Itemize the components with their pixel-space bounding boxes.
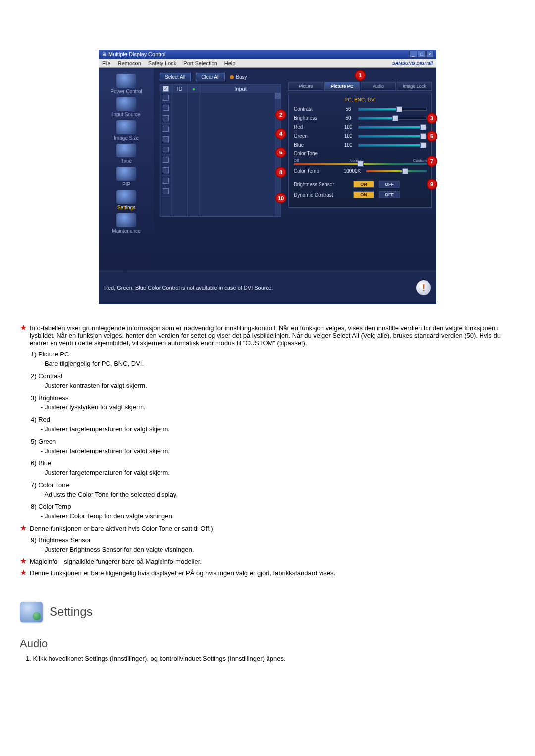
star-icon: ★ [20,324,27,331]
item-7-title: 7) Color Tone [31,481,515,489]
item-3-title: 3) Brightness [31,394,515,402]
app-window: 🖥 Multiple Display Control _ □ × File Re… [99,50,436,304]
slider-blue[interactable] [358,144,427,147]
item-8-title: 8) Color Temp [31,503,515,510]
settings-icon [116,190,136,204]
audio-step-1: 1. Klikk hovedikonet Settings (Innstilli… [26,655,515,662]
image-size-icon [116,120,136,134]
menu-safety-lock[interactable]: Safety Lock [148,60,176,66]
sidebar-item-pip[interactable]: PIP [104,167,149,187]
panel-subtitle: PC, BNC, DVI [294,97,427,102]
item-8-desc: Justerer Color Temp for den valgte visni… [41,512,515,520]
sidebar-item-image-size[interactable]: Image Size [104,120,149,141]
slider-green[interactable] [358,135,427,138]
item-9-title: 9) Brightness Sensor [31,536,515,544]
tab-picture-pc[interactable]: Picture PC [324,82,360,91]
row-checkbox[interactable] [163,167,169,173]
star-icon: ★ [20,569,27,576]
sidebar-item-label: PIP [122,182,130,187]
item-4-desc: Justerer fargetemperaturen for valgt skj… [41,425,515,433]
star-icon: ★ [20,525,27,531]
value-brightness: 50 [341,115,355,121]
value-contrast: 56 [341,106,355,112]
pip-icon [116,167,136,181]
row-checkbox[interactable] [163,136,169,142]
tab-image-lock[interactable]: Image Lock [397,82,432,91]
dynamic-contrast-on[interactable]: ON [353,191,374,198]
menu-help[interactable]: Help [224,60,236,66]
slider-contrast[interactable] [358,108,427,111]
brightness-sensor-on[interactable]: ON [353,181,374,188]
col-input: Input [200,85,281,93]
time-icon [116,144,136,157]
slider-brightness[interactable] [358,117,427,120]
note-8: Denne funksjonen er bare aktivert hvis C… [30,525,515,532]
label-red: Red [294,124,338,130]
select-all-button[interactable]: Select All [160,73,191,81]
menu-remocon[interactable]: Remocon [118,60,141,66]
slider-color-tone[interactable] [294,163,427,165]
sidebar-item-maintenance[interactable]: Maintenance [104,213,149,234]
intro-text: Info-tabellen viser grunnleggende inform… [30,324,515,347]
row-checkbox[interactable] [163,95,169,101]
menu-port-selection[interactable]: Port Selection [183,60,217,66]
callout-8: 8 [275,167,286,178]
row-checkbox[interactable] [163,157,169,163]
opt-custom: Custom [413,158,427,163]
maximize-button[interactable]: □ [418,51,426,58]
label-blue: Blue [294,142,338,148]
dynamic-contrast-off[interactable]: OFF [379,191,400,198]
sidebar-item-power-control[interactable]: Power Control [104,74,149,94]
minimize-button[interactable]: _ [409,51,417,58]
row-checkbox[interactable] [163,178,169,184]
item-2-desc: Justerer kontrasten for valgt skjerm. [41,382,515,389]
sidebar-item-label: Settings [117,205,135,210]
tab-audio[interactable]: Audio [361,82,396,91]
sidebar-item-input-source[interactable]: Input Source [104,97,149,117]
row-checkbox[interactable] [163,147,169,152]
menu-file[interactable]: File [102,60,111,66]
clear-all-button[interactable]: Clear All [196,73,225,81]
callout-6: 6 [275,147,286,158]
label-green: Green [294,133,338,139]
titlebar: 🖥 Multiple Display Control _ □ × [99,50,436,59]
power-icon [116,74,136,88]
close-button[interactable]: × [426,51,434,58]
control-panel: 1 Picture Picture PC Audio Image Lock PC… [284,68,436,271]
label-color-tone: Color Tone [294,151,427,156]
sidebar-item-label: Maintenance [112,228,140,234]
item-6-title: 6) Blue [31,459,515,467]
brightness-sensor-off[interactable]: OFF [379,181,400,188]
callout-4: 4 [275,128,286,139]
item-3-desc: Justerer lysstyrken for valgt skjerm. [41,403,515,411]
slider-color-temp[interactable] [366,170,427,172]
opt-off: Off [294,158,299,163]
item-1-title: 1) Picture PC [31,351,515,358]
label-brightness: Brightness [294,115,338,121]
device-grid: ✓ ID ● Input [160,84,281,217]
sidebar-item-label: Image Size [114,135,139,141]
sidebar-item-label: Time [121,158,132,164]
value-red: 100 [341,124,355,130]
menubar: File Remocon Safety Lock Port Selection … [99,59,436,68]
settings-heading: Settings [50,605,93,619]
maintenance-icon [116,213,136,227]
device-list-area: Select All Clear All Busy ✓ ID ● Input [154,68,284,271]
row-checkbox[interactable] [163,115,169,121]
sidebar-item-time[interactable]: Time [104,144,149,164]
item-6-desc: Justerer fargetemperaturen for valgt skj… [41,469,515,476]
note-availability: Denne funksjonen er bare tilgjengelig hv… [30,569,515,577]
scroll-up-icon[interactable] [275,93,281,99]
callout-10: 10 [275,193,286,203]
row-checkbox[interactable] [163,105,169,111]
slider-red[interactable] [358,126,427,129]
app-icon: 🖥 [101,51,107,57]
sidebar-item-settings[interactable]: Settings [104,190,149,210]
row-checkbox[interactable] [163,188,169,194]
row-checkbox[interactable] [163,126,169,132]
doc-body: ★ Info-tabellen viser grunnleggende info… [20,324,515,662]
item-1-desc: Bare tilgjengelig for PC, BNC, DVI. [41,360,515,367]
col-checkbox[interactable]: ✓ [160,85,172,93]
audio-heading: Audio [20,637,515,650]
tab-picture[interactable]: Picture [288,82,323,91]
